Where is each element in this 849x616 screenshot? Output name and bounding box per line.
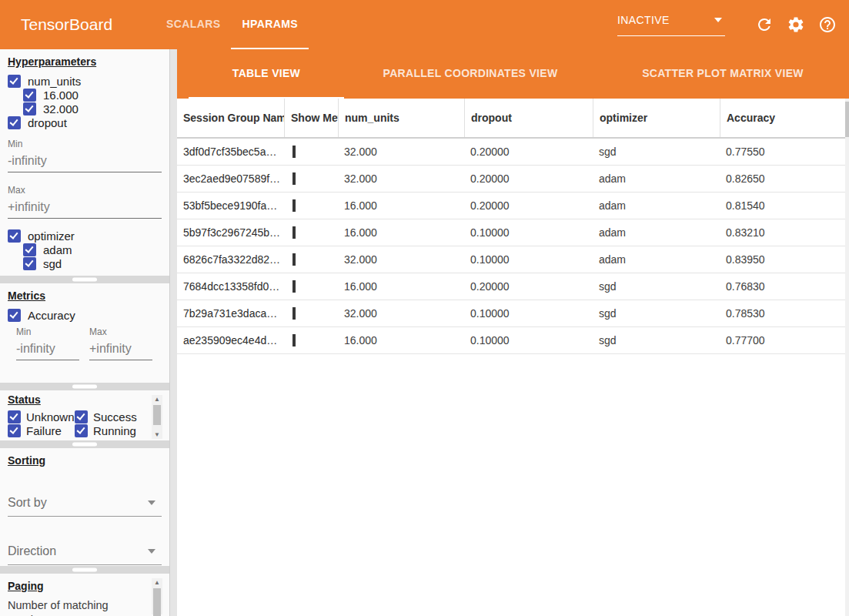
checkbox-num-units-16[interactable]: 16.000 bbox=[23, 88, 169, 102]
drag-handle[interactable] bbox=[72, 443, 97, 447]
show-metrics-checkbox[interactable] bbox=[292, 172, 296, 185]
show-metrics-checkbox[interactable] bbox=[292, 334, 296, 346]
paging-section: Paging Number of matching session groups… bbox=[0, 574, 169, 616]
tab-scalars[interactable]: SCALARS bbox=[155, 0, 231, 49]
dropout-cell: 0.10000 bbox=[464, 253, 593, 266]
dropout-max-input[interactable] bbox=[8, 199, 162, 219]
checkbox-checked-icon[interactable] bbox=[23, 243, 36, 256]
num-units-cell: 32.000 bbox=[338, 307, 464, 320]
show-metrics-checkbox[interactable] bbox=[292, 146, 296, 158]
dropout-cell: 0.20000 bbox=[464, 199, 593, 212]
accuracy-cell: 0.82650 bbox=[720, 172, 849, 185]
checkbox-accuracy[interactable]: Accuracy bbox=[8, 308, 169, 322]
metrics-heading: Metrics bbox=[8, 290, 169, 302]
chevron-down-icon bbox=[148, 500, 155, 505]
sidebar-scroll-gutter[interactable] bbox=[169, 49, 177, 616]
checkbox-optimizer[interactable]: optimizer bbox=[8, 229, 169, 243]
show-metrics-checkbox[interactable] bbox=[292, 226, 296, 239]
scrollbar-thumb[interactable] bbox=[845, 102, 849, 137]
top-app-bar: TensorBoard SCALARS HPARAMS INACTIVE bbox=[0, 0, 849, 49]
reload-status-select[interactable]: INACTIVE bbox=[617, 14, 725, 36]
checkbox-checked-icon[interactable] bbox=[8, 116, 21, 129]
num-units-cell: 16.000 bbox=[338, 334, 464, 346]
dropout-cell: 0.20000 bbox=[464, 146, 593, 158]
tab-parallel-coordinates-view[interactable]: PARALLEL COORDINATES VIEW bbox=[344, 49, 597, 99]
checkbox-checked-icon[interactable] bbox=[8, 424, 21, 437]
checkbox-optimizer-sgd[interactable]: sgd bbox=[23, 256, 169, 270]
session-group-name-cell: ae235909ec4e4d… bbox=[177, 334, 284, 346]
scroll-down-arrow-icon[interactable]: ▼ bbox=[154, 430, 160, 439]
scroll-up-arrow-icon[interactable]: ▲ bbox=[154, 395, 160, 403]
accuracy-cell: 0.83950 bbox=[720, 253, 849, 266]
reload-status-value: INACTIVE bbox=[617, 14, 670, 26]
dropout-max-field: Max bbox=[8, 185, 162, 219]
drag-handle[interactable] bbox=[72, 385, 97, 389]
checkbox-checked-icon[interactable] bbox=[23, 257, 36, 270]
accuracy-min-field: Min bbox=[16, 326, 79, 360]
show-metrics-checkbox[interactable] bbox=[292, 280, 296, 293]
section-divider bbox=[0, 276, 169, 283]
direction-select[interactable]: Direction bbox=[8, 544, 162, 565]
scroll-up-arrow-icon[interactable]: ▲ bbox=[154, 578, 160, 587]
show-metrics-checkbox[interactable] bbox=[292, 199, 296, 212]
checkbox-dropout[interactable]: dropout bbox=[8, 116, 169, 129]
optimizer-cell: adam bbox=[593, 253, 720, 266]
checkbox-checked-icon[interactable] bbox=[75, 410, 88, 424]
refresh-icon[interactable] bbox=[755, 15, 774, 34]
show-metrics-checkbox[interactable] bbox=[292, 253, 296, 266]
checkbox-num-units[interactable]: num_units bbox=[8, 74, 169, 88]
dropout-cell: 0.20000 bbox=[464, 172, 593, 185]
checkbox-status-failure[interactable]: Failure bbox=[8, 424, 75, 437]
checkbox-checked-icon[interactable] bbox=[8, 229, 21, 243]
num-units-cell: 32.000 bbox=[338, 253, 464, 266]
optimizer-cell: sgd bbox=[593, 334, 720, 346]
help-icon[interactable] bbox=[818, 15, 837, 34]
tab-scatter-plot-matrix-view[interactable]: SCATTER PLOT MATRIX VIEW bbox=[597, 49, 849, 99]
num-units-cell: 32.000 bbox=[338, 146, 464, 158]
accuracy-cell: 0.77700 bbox=[720, 334, 849, 346]
scrollbar-thumb[interactable] bbox=[153, 588, 161, 616]
accuracy-cell: 0.77550 bbox=[720, 146, 849, 158]
checkbox-status-running[interactable]: Running bbox=[75, 424, 152, 437]
checkbox-checked-icon[interactable] bbox=[75, 424, 88, 437]
tab-table-view[interactable]: TABLE VIEW bbox=[189, 49, 344, 99]
checkbox-checked-icon[interactable] bbox=[23, 102, 36, 116]
section-divider bbox=[0, 440, 169, 448]
session-groups-table: Session Group Name. Show Metrics num_uni… bbox=[177, 99, 849, 354]
checkbox-status-unknown[interactable]: Unknown bbox=[8, 410, 75, 424]
accuracy-min-input[interactable] bbox=[16, 340, 79, 360]
column-header-accuracy: Accuracy bbox=[720, 99, 849, 137]
table-header-row: Session Group Name. Show Metrics num_uni… bbox=[177, 99, 849, 139]
tab-hparams[interactable]: HPARAMS bbox=[231, 0, 309, 49]
paging-scrollbar: ▲ bbox=[152, 578, 162, 614]
matching-groups-count: Number of matching session groups: 8 bbox=[8, 598, 148, 616]
optimizer-cell: sgd bbox=[593, 280, 720, 293]
sorting-section: Sorting Sort by Direction bbox=[0, 448, 169, 566]
checkbox-checked-icon[interactable] bbox=[8, 309, 21, 322]
dropout-min-input[interactable] bbox=[8, 152, 162, 172]
sort-by-select[interactable]: Sort by bbox=[8, 496, 162, 517]
session-group-name-cell: 3ec2aed9e07589f… bbox=[177, 172, 284, 185]
checkbox-status-success[interactable]: Success bbox=[75, 410, 152, 424]
drag-handle[interactable] bbox=[72, 278, 97, 282]
drag-handle[interactable] bbox=[72, 568, 97, 572]
table-body: 3df0d7cf35bec5a… 32.000 0.20000 sgd 0.77… bbox=[177, 139, 849, 354]
section-divider bbox=[0, 383, 169, 390]
column-header-session-group-name: Session Group Name. bbox=[177, 99, 284, 137]
num-units-cell: 16.000 bbox=[338, 226, 464, 239]
checkbox-checked-icon[interactable] bbox=[23, 89, 36, 102]
settings-gear-icon[interactable] bbox=[787, 15, 805, 34]
checkbox-optimizer-adam[interactable]: adam bbox=[23, 243, 169, 256]
optimizer-cell: adam bbox=[593, 226, 720, 239]
optimizer-cell: sgd bbox=[593, 307, 720, 320]
accuracy-cell: 0.83210 bbox=[720, 226, 849, 239]
hyperparameters-heading: Hyperparameters bbox=[8, 55, 169, 68]
scrollbar-thumb[interactable] bbox=[153, 405, 161, 425]
show-metrics-checkbox[interactable] bbox=[292, 307, 296, 320]
checkbox-num-units-32[interactable]: 32.000 bbox=[23, 102, 169, 116]
checkbox-checked-icon[interactable] bbox=[8, 75, 21, 88]
session-group-name-cell: 7b29a731e3daca… bbox=[177, 307, 284, 320]
optimizer-cell: adam bbox=[593, 199, 720, 212]
accuracy-max-input[interactable] bbox=[89, 340, 152, 360]
checkbox-checked-icon[interactable] bbox=[8, 410, 21, 424]
